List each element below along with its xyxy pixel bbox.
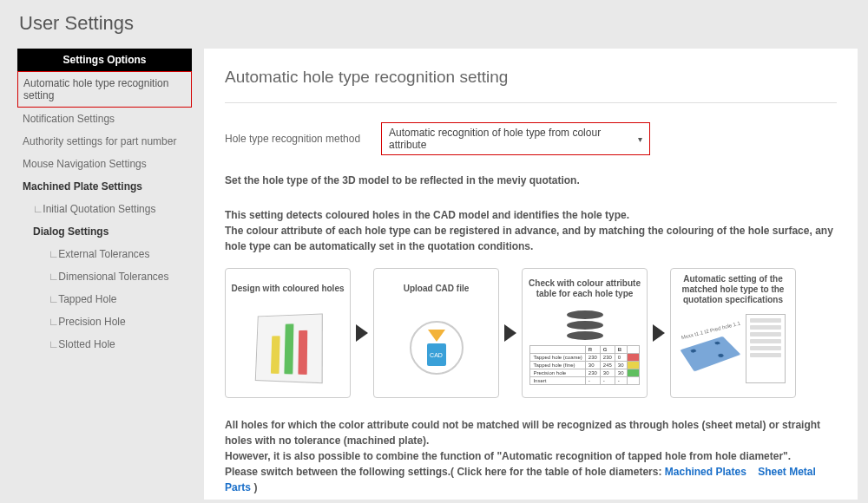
- tree-prefix-icon: ∟: [49, 338, 56, 350]
- tree-prefix-icon: ∟: [49, 271, 56, 283]
- page-title: User Settings: [0, 0, 868, 49]
- sidebar-item-7[interactable]: ∟ External Tolerances: [17, 243, 192, 265]
- step-2: Upload CAD file CAD: [373, 268, 499, 398]
- intro-text: Set the hole type of the 3D model to be …: [225, 174, 837, 186]
- step-4-title: Automatic setting of the matched hole ty…: [676, 274, 790, 305]
- step-3: Check with colour attribute table for ea…: [522, 268, 648, 398]
- cube-icon: [254, 313, 322, 383]
- step-4: Automatic setting of the matched hole ty…: [670, 268, 796, 398]
- sidebar-item-8[interactable]: ∟ Dimensional Tolerances: [17, 265, 192, 288]
- arrow-right-icon: [653, 324, 665, 342]
- sidebar-item-10[interactable]: ∟ Precision Hole: [17, 310, 192, 333]
- tree-prefix-icon: ∟: [49, 316, 56, 328]
- sidebar-item-label: Dimensional Tolerances: [58, 271, 168, 283]
- tree-prefix-icon: ∟: [49, 248, 56, 260]
- sidebar-item-2[interactable]: Authority settings for part number: [17, 130, 192, 153]
- tree-prefix-icon: ∟: [49, 293, 56, 305]
- sidebar-item-label: Mouse Navigation Settings: [23, 158, 147, 170]
- step-1-title: Design with coloured holes: [231, 274, 344, 304]
- divider: [225, 102, 837, 103]
- link-machined-plates[interactable]: Machined Plates: [665, 466, 746, 478]
- sidebar-item-label: Initial Quotation Settings: [43, 203, 155, 215]
- database-icon: [567, 310, 603, 340]
- steps-row: Design with coloured holes Upload CAD fi…: [225, 268, 837, 398]
- spec-panel-icon: [746, 314, 786, 383]
- sidebar-item-5[interactable]: ∟ Initial Quotation Settings: [17, 198, 192, 220]
- dim-label: Mxxx t1.1 t2 Pred hole 1.1: [681, 321, 740, 341]
- sidebar: Settings Options Automatic hole type rec…: [0, 49, 204, 500]
- sidebar-item-label: Slotted Hole: [58, 338, 115, 350]
- sidebar-item-label: Dialog Settings: [33, 225, 108, 238]
- method-select-value: Automatic recognition of hole type from …: [389, 127, 601, 151]
- step-3-title: Check with colour attribute table for ea…: [528, 274, 641, 304]
- sidebar-item-6[interactable]: Dialog Settings: [17, 220, 192, 243]
- tree-prefix-icon: ∟: [33, 203, 40, 215]
- upload-icon: CAD: [410, 321, 464, 375]
- step-1: Design with coloured holes: [225, 268, 351, 398]
- arrow-right-icon: [504, 324, 516, 342]
- sidebar-item-4[interactable]: Machined Plate Settings: [17, 175, 192, 198]
- sidebar-item-3[interactable]: Mouse Navigation Settings: [17, 153, 192, 175]
- chevron-down-icon: ▾: [638, 134, 642, 144]
- sidebar-item-label: Precision Hole: [58, 316, 125, 328]
- explain-text: This setting detects coloured holes in t…: [225, 207, 837, 254]
- sidebar-item-label: Notification Settings: [23, 113, 115, 125]
- sidebar-item-label: Automatic hole type recognition setting: [23, 77, 168, 101]
- main-title: Automatic hole type recognition setting: [225, 68, 837, 87]
- sidebar-item-1[interactable]: Notification Settings: [17, 108, 192, 130]
- color-table: RGBTapped hole (coarse)2302300Tapped hol…: [529, 345, 639, 385]
- method-label: Hole type recognition method: [225, 133, 381, 145]
- sidebar-item-label: External Tolerances: [58, 248, 149, 260]
- method-select[interactable]: Automatic recognition of hole type from …: [381, 122, 650, 155]
- sidebar-header: Settings Options: [17, 49, 192, 71]
- bottom-text: All holes for which the color attribute …: [225, 417, 837, 495]
- sidebar-item-label: Machined Plate Settings: [23, 180, 142, 193]
- cad-file-icon: CAD: [427, 343, 446, 366]
- sidebar-item-label: Authority settings for part number: [23, 135, 176, 147]
- sidebar-item-0[interactable]: Automatic hole type recognition setting: [17, 71, 192, 108]
- step-2-title: Upload CAD file: [404, 274, 470, 304]
- sidebar-item-9[interactable]: ∟ Tapped Hole: [17, 288, 192, 310]
- arrow-right-icon: [356, 324, 368, 342]
- sidebar-item-label: Tapped Hole: [58, 293, 116, 305]
- main-panel: Automatic hole type recognition setting …: [204, 49, 858, 500]
- sidebar-item-11[interactable]: ∟ Slotted Hole: [17, 333, 192, 356]
- plate-icon: [681, 336, 741, 372]
